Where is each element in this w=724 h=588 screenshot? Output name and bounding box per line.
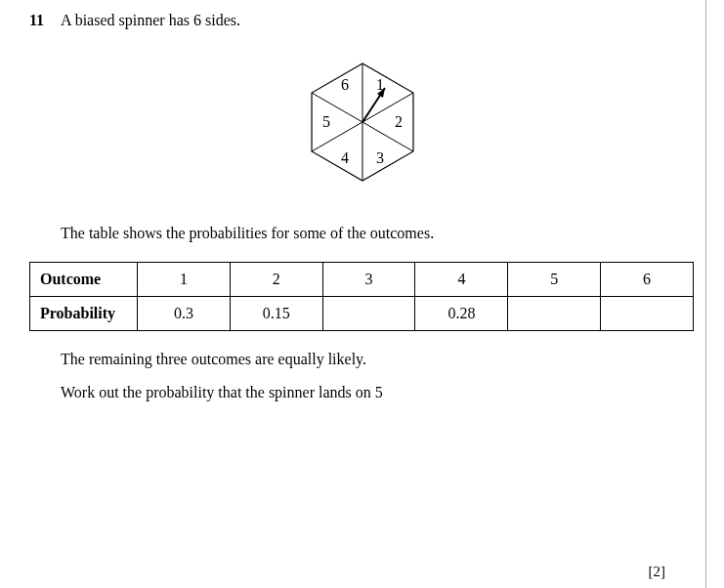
outcome-cell: 6 [601,263,694,297]
table-intro-text: The table shows the probabilities for so… [61,225,695,242]
spoke [312,93,362,122]
outcome-cell: 2 [230,263,322,297]
spinner-label-1: 1 [376,76,384,93]
probability-table: Outcome 1 2 3 4 5 6 Probability 0.3 0.15… [29,262,694,331]
remaining-outcomes-text: The remaining three outcomes are equally… [61,351,695,368]
question-prompt: A biased spinner has 6 sides. [61,12,695,29]
spinner-label-6: 6 [341,76,349,93]
spoke [362,122,413,151]
probability-header: Probability [30,297,138,331]
spoke [312,122,362,151]
workout-text: Work out the probability that the spinne… [61,384,695,401]
table-intro: The table shows the probabilities for so… [61,225,695,242]
outcome-header: Outcome [30,263,138,297]
question-body-text: The remaining three outcomes are equally… [61,351,695,401]
table-row-probability: Probability 0.3 0.15 0.28 [30,297,694,331]
marks-label: [2] [649,564,666,580]
spoke [362,93,413,122]
question-number: 11 [29,12,51,29]
question-header: 11 A biased spinner has 6 sides. [29,12,695,29]
spinner-label-4: 4 [341,149,349,166]
spinner-diagram: 1 2 3 4 5 6 [29,49,695,195]
outcome-cell: 4 [415,263,508,297]
outcome-cell: 1 [138,263,231,297]
outcome-cell: 3 [322,263,415,297]
spinner-label-3: 3 [376,149,384,166]
outcome-cell: 5 [508,263,601,297]
probability-cell: 0.15 [230,297,322,331]
probability-cell: 0.3 [138,297,231,331]
spinner-label-5: 5 [322,113,330,130]
probability-cell: 0.28 [415,297,508,331]
probability-cell [601,297,694,331]
page-right-border [705,0,706,588]
hexagon-spinner-svg: 1 2 3 4 5 6 [279,49,446,195]
spinner-label-2: 2 [395,113,403,130]
table-row-outcome: Outcome 1 2 3 4 5 6 [30,263,694,297]
probability-table-container: Outcome 1 2 3 4 5 6 Probability 0.3 0.15… [29,262,695,331]
probability-cell [322,297,415,331]
probability-cell [508,297,601,331]
